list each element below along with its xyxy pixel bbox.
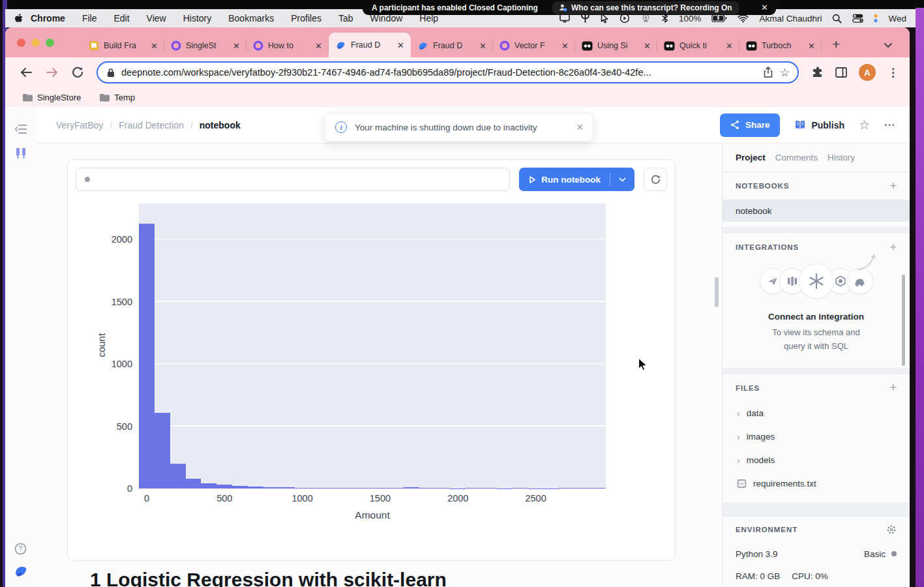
histogram-plot[interactable]: count Amount 050010001500200005001000150… xyxy=(139,203,606,489)
apple-menu-icon[interactable] xyxy=(14,13,24,24)
window-controls[interactable] xyxy=(17,38,54,47)
menu-tab[interactable]: Tab xyxy=(338,13,353,23)
run-notebook-button[interactable]: Run notebook xyxy=(519,168,634,191)
environment-settings-gear-icon[interactable] xyxy=(886,524,897,535)
sidebar-item-notebook[interactable]: notebook xyxy=(723,200,910,222)
more-options-icon[interactable]: ··· xyxy=(884,119,895,132)
browser-tab-turboch[interactable]: Turboch✕ xyxy=(739,34,822,57)
tab-close-icon[interactable]: ✕ xyxy=(315,41,322,51)
deepnote-left-rail: ? xyxy=(5,107,37,587)
video-dark-favicon xyxy=(582,41,593,51)
python-version[interactable]: Python 3.9 xyxy=(736,549,778,559)
forward-button[interactable] xyxy=(46,67,59,78)
zoom-window-button[interactable] xyxy=(46,38,54,47)
publish-button[interactable]: Publish xyxy=(794,120,844,130)
browser-tab-fraud-d[interactable]: Fraud D✕ xyxy=(411,34,493,57)
integrations-rail-icon[interactable] xyxy=(14,146,28,160)
add-notebook-button[interactable]: + xyxy=(889,179,897,193)
profile-avatar[interactable]: A xyxy=(859,64,876,81)
breadcrumb-project[interactable]: Fraud Detection xyxy=(119,120,184,130)
menu-view[interactable]: View xyxy=(147,13,166,23)
url-bar[interactable]: deepnote.com/workspace/veryfatboy-2f930b… xyxy=(97,61,799,83)
favorite-star-icon[interactable]: ☆ xyxy=(859,117,870,132)
bookmark-star-icon[interactable]: ☆ xyxy=(780,66,790,80)
browser-tab-how-to[interactable]: How to✕ xyxy=(246,34,329,57)
menu-file[interactable]: File xyxy=(82,13,97,23)
transcript-question-text[interactable]: Who can see this transcript? Recording O… xyxy=(571,3,732,12)
tab-close-icon[interactable]: ✕ xyxy=(644,41,651,51)
tab-label: Vector F xyxy=(514,41,557,50)
outline-toc-icon[interactable] xyxy=(14,124,27,134)
environment-header: ENVIRONMENT xyxy=(736,526,797,534)
chrome-menu-icon[interactable]: ⋮ xyxy=(887,66,899,80)
add-integration-button[interactable]: + xyxy=(889,241,897,254)
browser-tab-quick-ti[interactable]: Quick ti✕ xyxy=(657,34,739,57)
tab-search-chevron-icon[interactable] xyxy=(884,42,893,48)
menu-chrome[interactable]: Chrome xyxy=(31,13,65,23)
histogram-bar xyxy=(170,464,186,489)
minimize-window-button[interactable] xyxy=(31,38,40,47)
file-item-images[interactable]: ›images xyxy=(723,425,910,449)
back-button[interactable] xyxy=(20,67,33,78)
screen-mirroring-icon[interactable] xyxy=(640,14,651,23)
notebook-scrollbar-thumb[interactable] xyxy=(715,277,719,307)
menu-edit[interactable]: Edit xyxy=(113,13,129,23)
toast-close-icon[interactable]: ✕ xyxy=(576,122,584,132)
tab-close-icon[interactable]: ✕ xyxy=(561,41,569,51)
publish-label: Publish xyxy=(811,120,844,130)
tab-close-icon[interactable]: ✕ xyxy=(479,41,486,51)
close-window-button[interactable] xyxy=(17,38,25,47)
notebooks-header: NOTEBOOKS xyxy=(736,182,789,190)
browser-tab-build-fra[interactable]: Build Fra✕ xyxy=(82,34,164,57)
reload-button[interactable] xyxy=(72,67,83,78)
browser-tab-vector-f[interactable]: Vector F✕ xyxy=(493,34,575,57)
deepnote-logo-icon[interactable] xyxy=(13,564,29,579)
txt-file-icon: TXT xyxy=(737,479,747,489)
share-page-icon[interactable] xyxy=(763,67,773,78)
file-item-models[interactable]: ›models xyxy=(723,449,910,472)
side-panel-icon[interactable] xyxy=(835,67,847,78)
wifi-icon[interactable] xyxy=(738,14,749,23)
refresh-button[interactable] xyxy=(644,168,667,191)
breadcrumb-workspace[interactable]: VeryFatBoy xyxy=(56,120,103,130)
spotlight-search-icon[interactable] xyxy=(832,14,842,23)
display-icon[interactable] xyxy=(559,14,570,23)
file-item-data[interactable]: ›data xyxy=(723,402,910,425)
transcript-pill[interactable]: Who can see this transcript? Recording O… xyxy=(552,1,739,14)
tab-close-icon[interactable]: ✕ xyxy=(808,41,815,51)
extensions-icon[interactable] xyxy=(812,67,824,78)
menu-profiles[interactable]: Profiles xyxy=(291,13,321,23)
tab-close-icon[interactable]: ✕ xyxy=(151,41,158,51)
file-item-requirements-txt[interactable]: TXTrequirements.txt xyxy=(723,472,910,496)
run-options-chevron-icon[interactable] xyxy=(610,177,634,182)
tab-close-icon[interactable]: ✕ xyxy=(233,41,240,51)
control-center-icon[interactable] xyxy=(852,14,863,23)
browser-scrollbar-thumb[interactable] xyxy=(902,275,905,366)
cell-source-input[interactable] xyxy=(76,168,510,191)
url-text[interactable]: deepnote.com/workspace/veryfatboy-2f930b… xyxy=(121,67,756,78)
profiles-dots-icon[interactable] xyxy=(874,14,878,23)
tab-close-icon[interactable]: ✕ xyxy=(397,40,404,50)
machine-tier[interactable]: Basic xyxy=(864,549,886,559)
tab-close-icon[interactable]: ✕ xyxy=(726,41,733,51)
sidebar-tab-history[interactable]: History xyxy=(827,153,855,162)
purple-ring-favicon xyxy=(499,40,510,51)
browser-tab-using-si[interactable]: Using Si✕ xyxy=(575,34,657,57)
share-button[interactable]: Share xyxy=(720,113,781,137)
menu-history[interactable]: History xyxy=(183,13,212,23)
bookmark-singlestore[interactable]: SingleStore xyxy=(22,93,81,102)
help-icon[interactable]: ? xyxy=(14,543,27,555)
snowflake-icon[interactable] xyxy=(799,263,834,299)
new-tab-button[interactable]: + xyxy=(832,37,840,52)
bookmark-temp[interactable]: Temp xyxy=(99,93,135,102)
sidebar-tab-project[interactable]: Project xyxy=(736,153,766,162)
menu-bookmarks[interactable]: Bookmarks xyxy=(228,13,274,23)
breadcrumb-notebook[interactable]: notebook xyxy=(200,120,241,130)
browser-tab-singlest[interactable]: SingleSt✕ xyxy=(164,34,246,57)
browser-tab-fraud-d[interactable]: Fraud D✕ xyxy=(329,33,411,57)
add-file-button[interactable]: + xyxy=(889,381,897,395)
sidebar-tab-comments[interactable]: Comments xyxy=(775,153,818,162)
inactivity-toast: i Your machine is shutting down due to i… xyxy=(324,113,593,142)
caption-close-icon[interactable]: ✕ xyxy=(761,3,768,12)
menubar-clock[interactable]: Wed xyxy=(888,14,906,23)
